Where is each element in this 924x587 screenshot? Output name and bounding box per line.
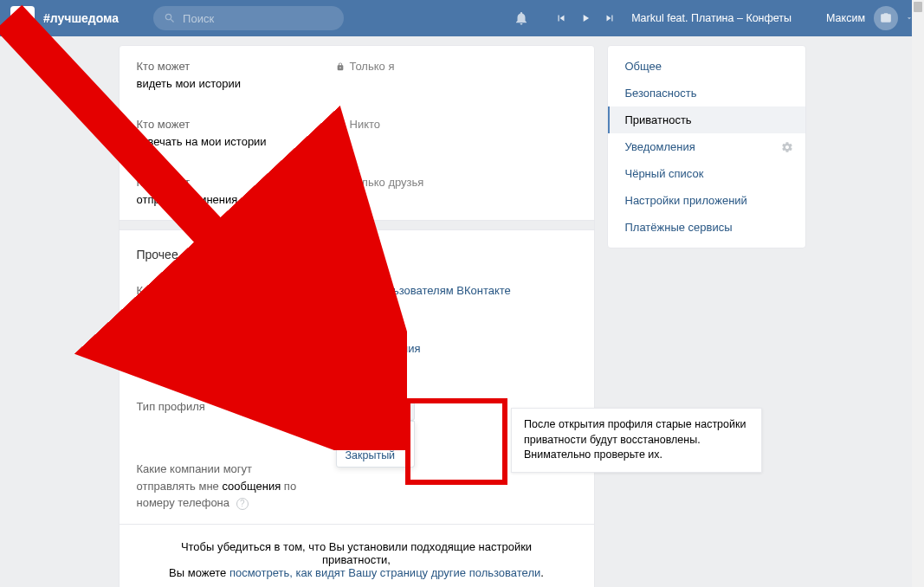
setting-row-stories-opinions[interactable]: Кто можетотправлять мнения к моим истори… — [120, 162, 594, 220]
prev-track-icon[interactable] — [555, 12, 567, 24]
setting-row-stories-reply[interactable]: Кто можетотвечать на мои истории Никто — [120, 104, 594, 162]
sidebar-item-app-settings[interactable]: Настройки приложений — [608, 187, 805, 214]
gear-icon[interactable] — [781, 141, 793, 153]
scrollbar[interactable] — [912, 0, 924, 587]
bell-icon[interactable] — [514, 10, 529, 26]
section-divider — [120, 220, 594, 230]
vk-logo[interactable] — [10, 6, 35, 30]
lock-icon — [336, 62, 345, 71]
top-header: #лучшедома Поиск Markul feat. Платина – … — [0, 0, 924, 36]
sidebar-item-security[interactable]: Безопасность — [608, 80, 805, 106]
sidebar-item-blacklist[interactable]: Чёрный список — [608, 160, 805, 187]
sidebar-item-privacy[interactable]: Приватность — [608, 106, 805, 133]
lock-icon — [336, 178, 345, 187]
avatar[interactable] — [874, 6, 898, 30]
setting-row-stories-view[interactable]: Кто можетвидеть мои истории Только я — [120, 46, 594, 104]
music-controls — [555, 12, 616, 24]
help-icon[interactable]: ? — [236, 498, 249, 510]
current-track[interactable]: Markul feat. Платина – Конфеты — [631, 12, 792, 24]
profile-type-dropdown[interactable]: Закрытый Открытый Закрытый — [336, 398, 416, 421]
sidebar-item-notifications[interactable]: Уведомления — [608, 133, 805, 160]
setting-row-news-updates[interactable]: Какие обновлениявидят в новостях мои дру… — [120, 328, 594, 386]
profile-type-tooltip: После открытия профиля старые настройки … — [511, 408, 762, 473]
hashtag[interactable]: #лучшедома — [43, 11, 119, 25]
settings-panel: Кто можетвидеть мои истории Только я Кто… — [119, 45, 595, 587]
search-icon — [164, 12, 176, 24]
dropdown-option-open[interactable]: Открытый — [337, 422, 415, 444]
lock-icon — [336, 120, 345, 129]
privacy-footer-note: Чтобы убедиться в том, что Вы установили… — [120, 524, 594, 588]
sidebar-item-payment[interactable]: Платёжные сервисы — [608, 214, 805, 241]
scrollbar-thumb[interactable] — [914, 2, 922, 12]
section-other-title: Прочее — [120, 230, 594, 270]
search-placeholder: Поиск — [183, 12, 214, 25]
setting-row-page-visibility[interactable]: Кому в интернетевидна моя страница Тольк… — [120, 270, 594, 328]
dropdown-button[interactable]: Закрытый — [336, 398, 416, 421]
search-box[interactable]: Поиск — [153, 6, 344, 30]
vk-icon — [14, 10, 31, 27]
sidebar-item-general[interactable]: Общее — [608, 53, 805, 80]
camera-icon — [880, 12, 892, 24]
preview-privacy-link[interactable]: посмотреть, как видят Вашу страницу друг… — [229, 566, 540, 579]
play-icon[interactable] — [579, 12, 591, 24]
settings-sidebar: Общее Безопасность Приватность Уведомлен… — [607, 45, 806, 248]
next-track-icon[interactable] — [604, 12, 616, 24]
username[interactable]: Максим — [826, 12, 865, 24]
dropdown-menu: Открытый Закрытый — [336, 421, 416, 468]
dropdown-option-closed[interactable]: Закрытый — [337, 444, 415, 467]
